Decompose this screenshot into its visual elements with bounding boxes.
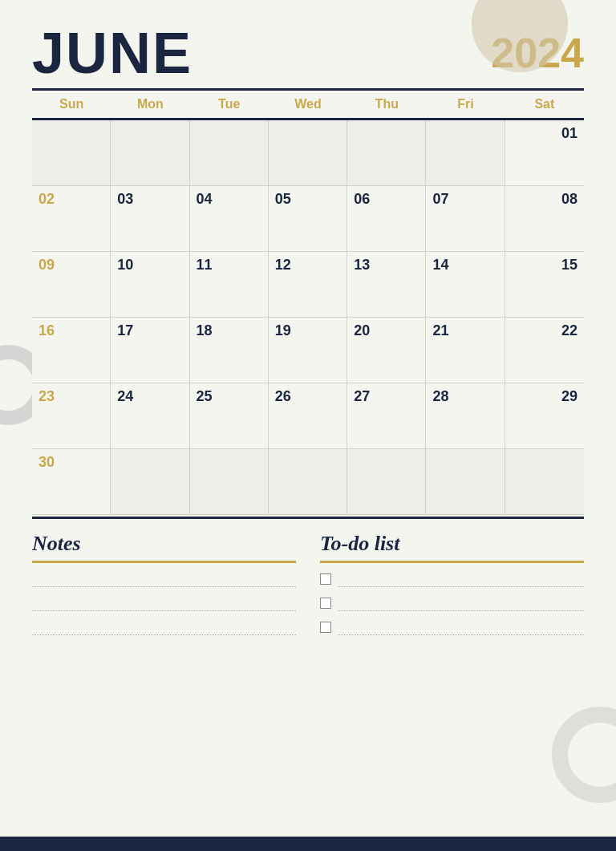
notes-line-1[interactable] — [32, 571, 296, 587]
day-header-fri: Fri — [426, 91, 505, 118]
calendar-cell-08: 08 — [505, 186, 584, 252]
calendar-cell-24: 24 — [111, 383, 189, 449]
calendar-cell-19: 19 — [269, 318, 347, 383]
day-number: 14 — [432, 257, 448, 273]
day-number: 02 — [38, 191, 55, 207]
notes-line-3[interactable] — [32, 619, 296, 635]
day-number: 04 — [197, 191, 213, 207]
month-title: JUNE — [32, 24, 192, 82]
calendar-cell-18: 18 — [190, 318, 269, 383]
day-number: 30 — [38, 454, 55, 470]
day-number: 28 — [432, 388, 448, 404]
day-number: 08 — [512, 191, 578, 208]
day-header-sun: Sun — [32, 91, 111, 118]
day-number: 23 — [38, 388, 55, 404]
calendar-cell — [111, 120, 189, 186]
day-number: 06 — [354, 191, 370, 207]
calendar-cell-23: 23 — [32, 383, 111, 449]
todo-checkbox-1[interactable] — [320, 573, 331, 585]
day-number: 09 — [38, 257, 55, 273]
bottom-divider — [32, 517, 584, 519]
day-number: 16 — [38, 322, 55, 338]
day-number: 07 — [432, 191, 448, 207]
todo-title: To-do list — [320, 532, 584, 556]
day-number: 27 — [354, 388, 370, 404]
day-number: 01 — [512, 125, 578, 142]
calendar-cell-29: 29 — [505, 383, 584, 449]
todo-item-3 — [320, 619, 584, 635]
todo-line-2[interactable] — [338, 595, 584, 611]
day-number: 25 — [197, 388, 213, 404]
calendar-cell-12: 12 — [269, 252, 347, 318]
calendar-cell-25: 25 — [190, 383, 269, 449]
day-header-thu: Thu — [347, 91, 426, 118]
day-header-tue: Tue — [190, 91, 269, 118]
notes-lines — [32, 571, 296, 635]
calendar-cell-22: 22 — [505, 318, 584, 383]
day-number: 29 — [512, 388, 578, 405]
todo-item-1 — [320, 571, 584, 587]
calendar-cell-11: 11 — [190, 252, 269, 318]
calendar-cell — [269, 449, 347, 515]
notes-line-2[interactable] — [32, 595, 296, 611]
day-number: 17 — [117, 322, 133, 338]
notes-underline — [32, 561, 296, 563]
bottom-section: Notes To-do list — [32, 532, 584, 635]
day-number: 03 — [117, 191, 133, 207]
day-number: 11 — [197, 257, 213, 273]
day-number: 10 — [117, 257, 133, 273]
day-header-sat: Sat — [505, 91, 584, 118]
deco-circle-right — [552, 707, 616, 803]
day-number: 20 — [354, 322, 370, 338]
todo-items — [320, 571, 584, 635]
calendar-cell-01: 01 — [505, 120, 584, 186]
calendar-cell — [505, 449, 584, 515]
calendar-cell-04: 04 — [190, 186, 269, 252]
notes-section: Notes — [32, 532, 296, 635]
calendar-cell-03: 03 — [111, 186, 189, 252]
bottom-bar — [0, 837, 616, 851]
day-number: 26 — [275, 388, 291, 404]
calendar-cell-30: 30 — [32, 449, 111, 515]
calendar-page: JUNE 2024 Sun Mon Tue Wed Thu Fri Sat 01… — [0, 0, 616, 851]
calendar-cell-05: 05 — [269, 186, 347, 252]
day-headers: Sun Mon Tue Wed Thu Fri Sat — [32, 91, 584, 120]
calendar-cell — [347, 120, 426, 186]
calendar-cell-10: 10 — [111, 252, 189, 318]
day-number: 18 — [197, 322, 213, 338]
calendar-cell-17: 17 — [111, 318, 189, 383]
calendar-cell-13: 13 — [347, 252, 426, 318]
calendar-cell-07: 07 — [426, 186, 505, 252]
day-number: 24 — [117, 388, 133, 404]
calendar-grid: 01 02 03 04 05 06 07 08 09 10 — [32, 120, 584, 515]
calendar-cell-15: 15 — [505, 252, 584, 318]
calendar-cell-26: 26 — [269, 383, 347, 449]
todo-item-2 — [320, 595, 584, 611]
todo-line-3[interactable] — [338, 619, 584, 635]
day-number: 05 — [275, 191, 291, 207]
calendar-cell-09: 09 — [32, 252, 111, 318]
todo-checkbox-2[interactable] — [320, 598, 331, 609]
day-number: 21 — [432, 322, 448, 338]
notes-title: Notes — [32, 532, 296, 556]
day-number: 19 — [275, 322, 291, 338]
calendar-cell — [190, 449, 269, 515]
day-number: 12 — [275, 257, 291, 273]
todo-checkbox-3[interactable] — [320, 622, 331, 633]
todo-line-1[interactable] — [338, 571, 584, 587]
todo-underline — [320, 561, 584, 563]
calendar-cell — [269, 120, 347, 186]
calendar-cell — [347, 449, 426, 515]
calendar-cell-02: 02 — [32, 186, 111, 252]
calendar-cell-06: 06 — [347, 186, 426, 252]
day-number: 22 — [512, 322, 578, 339]
calendar-cell-27: 27 — [347, 383, 426, 449]
day-number: 15 — [512, 257, 578, 274]
calendar-cell-20: 20 — [347, 318, 426, 383]
calendar-cell — [426, 120, 505, 186]
day-header-wed: Wed — [269, 91, 347, 118]
day-number: 13 — [354, 257, 370, 273]
calendar-cell-16: 16 — [32, 318, 111, 383]
calendar-cell — [32, 120, 111, 186]
calendar-cell-28: 28 — [426, 383, 505, 449]
